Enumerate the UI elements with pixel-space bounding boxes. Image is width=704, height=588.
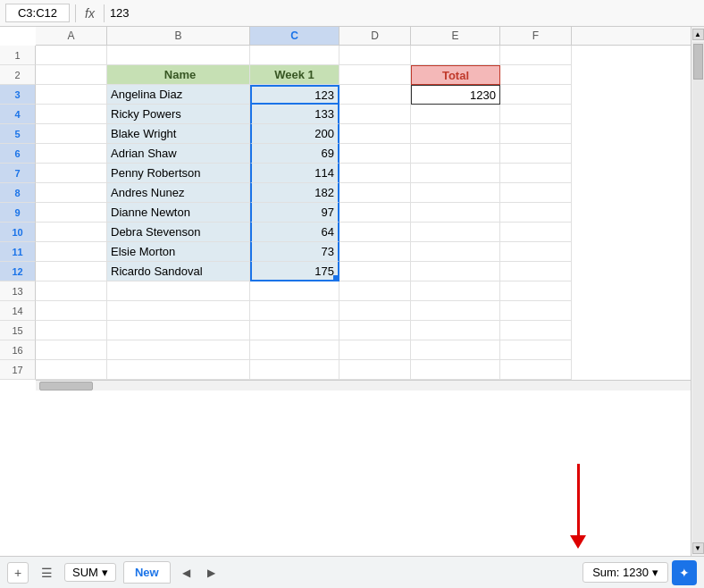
cell-e13[interactable]	[411, 281, 500, 301]
cell-d1[interactable]	[339, 46, 411, 65]
cell-c6[interactable]: 69	[250, 144, 339, 164]
cell-a7[interactable]	[36, 164, 107, 183]
cell-f13[interactable]	[500, 281, 572, 301]
cell-d15[interactable]	[339, 321, 411, 340]
cell-e2-total-header[interactable]: Total	[411, 65, 500, 85]
cell-c11[interactable]: 73	[250, 242, 339, 262]
col-header-e[interactable]: E	[411, 27, 500, 45]
row-header-6[interactable]: 6	[0, 144, 36, 164]
cell-c7[interactable]: 114	[250, 164, 339, 183]
row-header-8[interactable]: 8	[0, 183, 36, 203]
cell-c2-week-header[interactable]: Week 1	[250, 65, 339, 85]
cell-e11[interactable]	[411, 242, 500, 262]
cell-c15[interactable]	[250, 321, 339, 340]
row-header-10[interactable]: 10	[0, 223, 36, 242]
cell-f2[interactable]	[500, 65, 572, 85]
cell-c1[interactable]	[250, 46, 339, 65]
cell-e9[interactable]	[411, 203, 500, 223]
cell-b17[interactable]	[107, 360, 250, 380]
cell-f1[interactable]	[500, 46, 572, 65]
cell-b5[interactable]: Blake Wright	[107, 124, 250, 144]
cell-a16[interactable]	[36, 340, 107, 360]
cell-c8[interactable]: 182	[250, 183, 339, 203]
cell-c16[interactable]	[250, 340, 339, 360]
cell-e10[interactable]	[411, 223, 500, 242]
cell-f8[interactable]	[500, 183, 572, 203]
formula-input[interactable]: 123	[110, 6, 699, 20]
cell-d6[interactable]	[339, 144, 411, 164]
row-header-11[interactable]: 11	[0, 242, 36, 262]
h-scrollbar[interactable]	[36, 380, 691, 391]
cell-f17[interactable]	[500, 360, 572, 380]
sum-result-button[interactable]: Sum: 1230 ▾	[582, 562, 668, 583]
cell-a4[interactable]	[36, 105, 107, 124]
cell-d17[interactable]	[339, 360, 411, 380]
row-header-16[interactable]: 16	[0, 340, 36, 360]
cell-e17[interactable]	[411, 360, 500, 380]
cell-e7[interactable]	[411, 164, 500, 183]
cell-e6[interactable]	[411, 144, 500, 164]
cell-d10[interactable]	[339, 223, 411, 242]
cell-c14[interactable]	[250, 301, 339, 321]
row-header-9[interactable]: 9	[0, 203, 36, 223]
cell-d2[interactable]	[339, 65, 411, 85]
cell-b3[interactable]: Angelina Diaz	[107, 85, 250, 105]
cell-f10[interactable]	[500, 223, 572, 242]
row-header-17[interactable]: 17	[0, 360, 36, 380]
cell-f15[interactable]	[500, 321, 572, 340]
cell-e16[interactable]	[411, 340, 500, 360]
cell-f16[interactable]	[500, 340, 572, 360]
col-header-f[interactable]: F	[500, 27, 572, 45]
cell-b8[interactable]: Andres Nunez	[107, 183, 250, 203]
cell-e14[interactable]	[411, 301, 500, 321]
cell-c17[interactable]	[250, 360, 339, 380]
cell-a13[interactable]	[36, 281, 107, 301]
cell-d9[interactable]	[339, 203, 411, 223]
cell-e1[interactable]	[411, 46, 500, 65]
cell-d8[interactable]	[339, 183, 411, 203]
cell-a1[interactable]	[36, 46, 107, 65]
cell-b12[interactable]: Ricardo Sandoval	[107, 262, 250, 281]
cell-d16[interactable]	[339, 340, 411, 360]
cell-c3-selected[interactable]: 123	[250, 85, 339, 105]
sheet-tab-new[interactable]: New	[123, 561, 171, 584]
row-header-1[interactable]: 1	[0, 46, 36, 65]
cell-d12[interactable]	[339, 262, 411, 281]
col-header-b[interactable]: B	[107, 27, 250, 45]
cell-b16[interactable]	[107, 340, 250, 360]
cell-f3[interactable]	[500, 85, 572, 105]
row-header-7[interactable]: 7	[0, 164, 36, 183]
cell-d5[interactable]	[339, 124, 411, 144]
cell-f5[interactable]	[500, 124, 572, 144]
scroll-down-button[interactable]: ▼	[692, 542, 704, 554]
cell-a3[interactable]	[36, 85, 107, 105]
cell-b6[interactable]: Adrian Shaw	[107, 144, 250, 164]
cell-f7[interactable]	[500, 164, 572, 183]
cell-a5[interactable]	[36, 124, 107, 144]
cell-e3-total-value[interactable]: 1230	[411, 85, 500, 105]
cell-a14[interactable]	[36, 301, 107, 321]
cell-b2-name-header[interactable]: Name	[107, 65, 250, 85]
cell-e8[interactable]	[411, 183, 500, 203]
cell-a17[interactable]	[36, 360, 107, 380]
col-header-d[interactable]: D	[339, 27, 411, 45]
cell-a2[interactable]	[36, 65, 107, 85]
cell-c10[interactable]: 64	[250, 223, 339, 242]
cell-e15[interactable]	[411, 321, 500, 340]
cell-a6[interactable]	[36, 144, 107, 164]
cell-f14[interactable]	[500, 301, 572, 321]
v-scrollbar[interactable]: ▲ ▼	[691, 27, 704, 556]
row-header-5[interactable]: 5	[0, 124, 36, 144]
cell-d14[interactable]	[339, 301, 411, 321]
h-scroll-thumb[interactable]	[39, 382, 93, 391]
row-header-15[interactable]: 15	[0, 321, 36, 340]
cell-a12[interactable]	[36, 262, 107, 281]
cell-b14[interactable]	[107, 301, 250, 321]
sum-function-dropdown[interactable]: SUM ▾	[64, 563, 116, 582]
cell-b13[interactable]	[107, 281, 250, 301]
row-header-12[interactable]: 12	[0, 262, 36, 281]
cell-b7[interactable]: Penny Robertson	[107, 164, 250, 183]
cell-e12[interactable]	[411, 262, 500, 281]
cell-b1[interactable]	[107, 46, 250, 65]
cell-e4[interactable]	[411, 105, 500, 124]
